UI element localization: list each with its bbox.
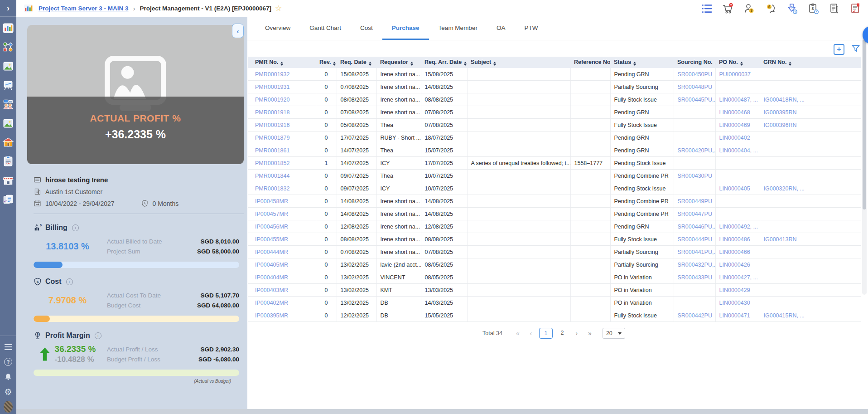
tab-overview[interactable]: Overview [256,17,300,40]
user-avatar[interactable] [4,402,13,411]
document-link[interactable]: IG000395RN [764,109,797,116]
document-link[interactable]: IP000402MR [255,300,288,306]
user-dollar-icon[interactable]: $ [743,3,755,15]
tab-ptw[interactable]: PTW [515,17,547,40]
document-link[interactable]: SR000420PU,... [678,147,716,154]
table-row[interactable]: PMR0001916005/08/2025Thea07/08/2025Fully… [248,119,861,132]
table-row[interactable]: PMR0001920008/08/2025Irene short na...08… [248,93,861,106]
page-size-select[interactable]: 20 [603,328,625,339]
document-link[interactable]: IG000413RN [764,236,797,243]
tab-gantt-chart[interactable]: Gantt Chart [300,17,351,40]
document-link[interactable]: IP000457MR [255,211,288,217]
document-link[interactable]: IG000396RN [764,122,797,128]
document-link[interactable]: PMR0001931 [255,84,289,90]
menu-icon[interactable] [4,342,13,351]
column-header-requestor[interactable]: Requestor [376,57,421,68]
table-row[interactable]: IP000395MR012/02/2025DB15/05/2025Fully S… [248,309,861,322]
billing-info-icon[interactable]: i [72,224,79,231]
column-header-req-date[interactable]: Req. Date [337,57,376,68]
document-link[interactable]: IP000458MR [255,198,288,205]
gear-icon[interactable]: ⚙ [4,387,13,396]
column-header-reference-no-[interactable]: Reference No. [570,57,610,68]
document-link[interactable]: LIN0000466 [719,249,750,255]
document-link[interactable]: LIN0000469 [719,122,750,128]
column-header-req-arr-date[interactable]: Req. Arr. Date [421,57,467,68]
help-icon[interactable]: ? [4,357,13,366]
table-row[interactable]: IP000457MR014/08/2025Irene short na...14… [248,208,861,220]
page-number-2[interactable]: 2 [556,328,569,338]
table-scrollbar-thumb[interactable] [863,39,866,209]
document-link[interactable]: IG000415RN, ... [764,312,805,319]
document-link[interactable]: SR000449PU [678,198,712,205]
document-link[interactable]: PUI0000037 [719,71,751,78]
list-menu-icon[interactable] [701,3,713,15]
table-row[interactable]: IP000455MR008/08/2025Irene short na...08… [248,233,861,246]
pagination-last-icon[interactable]: » [585,328,595,339]
tab-team-member[interactable]: Team Member [429,17,487,40]
pagination-next-icon[interactable]: › [572,328,582,339]
document-link[interactable]: SR000441PU,... [678,249,716,255]
tab-oa[interactable]: OA [487,17,515,40]
easel-icon[interactable] [2,79,14,91]
sort-icon[interactable] [464,62,467,66]
clipboard-icon[interactable] [2,156,14,167]
pagination-first-icon[interactable]: « [513,328,523,339]
sort-icon[interactable] [493,62,496,66]
sidebar-expand-chevron-icon[interactable]: › [0,0,16,16]
sort-icon[interactable] [333,62,336,66]
image2-icon[interactable] [2,117,14,129]
document-link[interactable]: SR000447PU [678,211,712,217]
sort-icon[interactable] [280,62,283,66]
store-icon[interactable] [2,175,14,186]
sort-icon[interactable] [633,62,636,66]
favorite-star-icon[interactable]: ☆ [275,4,282,13]
document-link[interactable]: LIN0000405 [719,185,750,192]
document-link[interactable]: SR000450PU [678,71,712,78]
document-link[interactable]: PMR0001861 [255,147,289,154]
document-link[interactable]: IP000403MR [255,287,288,293]
chart-icon[interactable] [2,22,14,34]
document-link[interactable]: PMR0001852 [255,160,289,166]
invoice-icon[interactable] [829,3,840,15]
document-link[interactable]: IP000405MR [255,262,288,268]
document-link[interactable]: PMR0001832 [255,185,289,192]
table-row[interactable]: IP000405MR013/02/2025lavie (2nd acct...0… [248,258,861,271]
table-row[interactable]: IP000402MR013/02/2025DB14/03/2025PO in V… [248,297,861,309]
document-link[interactable]: IG000418RN, ... [764,97,805,103]
horizontal-scrollbar[interactable] [16,409,868,414]
table-row[interactable]: IP000456MR012/08/2025Irene short na...12… [248,220,861,233]
sort-icon[interactable] [410,62,413,66]
shopping-cart-icon[interactable]: ? [722,3,734,15]
table-row[interactable]: PMR0001852114/07/2025ICY17/07/2025A seri… [248,157,861,170]
add-record-button[interactable]: + [834,44,844,55]
document-link[interactable]: SR000430PU [678,173,712,179]
team-icon[interactable] [2,98,14,110]
column-header-sourcing-no-[interactable]: Sourcing No. [674,57,715,68]
document-link[interactable]: IG000320RN, ... [764,185,805,192]
column-header-pmr-no-[interactable]: PMR No. [248,57,316,68]
document-link[interactable]: LIN0000492, ... [719,224,758,230]
document-link[interactable]: LIN0000404, ... [719,147,758,154]
table-row[interactable]: PMR0001932015/08/2025Irene short na...15… [248,68,861,81]
tab-purchase[interactable]: Purchase [382,17,429,40]
document-link[interactable]: PMR0001879 [255,135,289,141]
panel-collapse-button[interactable]: ‹ [232,24,244,38]
document-link[interactable]: SR000433PU [678,274,712,281]
document-link[interactable]: IP000395MR [255,312,288,319]
column-header-rev-[interactable]: Rev. [316,57,337,68]
document-link[interactable]: SR000444PU [678,236,712,243]
profit-info-icon[interactable]: i [95,332,101,339]
clipboard-dollar-icon[interactable]: $ [807,3,819,15]
document-link[interactable]: SR000448PU [678,84,712,90]
document-link[interactable]: SR000446PU,... [678,224,716,230]
cost-info-icon[interactable]: i [66,278,73,285]
column-header-grn-no-[interactable]: GRN No. [760,57,861,68]
table-row[interactable]: IP000444MR007/08/2025Irene short na...07… [248,246,861,258]
sort-icon[interactable] [789,62,791,66]
column-header-status[interactable]: Status [610,57,674,68]
document-link[interactable]: LIN0000402 [719,135,750,141]
document-link[interactable]: PMR0001844 [255,173,289,179]
document-link[interactable]: PMR0001918 [255,109,289,116]
table-row[interactable]: PMR0001832009/07/2025ICY10/07/2025Pendin… [248,182,861,195]
column-header-subject[interactable]: Subject [467,57,570,68]
